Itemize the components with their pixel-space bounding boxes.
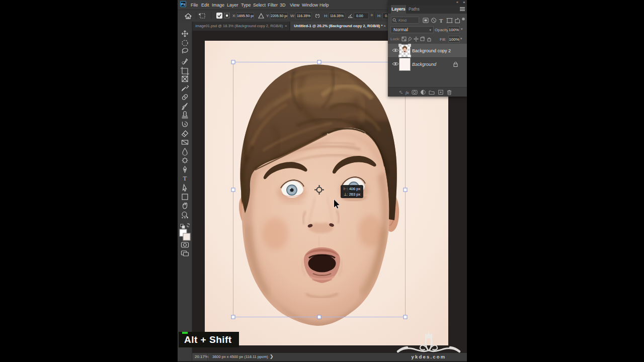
- svg-text:T: T: [183, 174, 187, 182]
- svg-text:⊢: 406 px: ⊢: 406 px: [344, 187, 360, 191]
- svg-text:T: T: [439, 18, 443, 24]
- svg-text:ykdes.com: ykdes.com: [412, 354, 446, 359]
- svg-text:⊥: 263 px: ⊥: 263 px: [344, 192, 360, 197]
- svg-text:fx: fx: [406, 90, 409, 95]
